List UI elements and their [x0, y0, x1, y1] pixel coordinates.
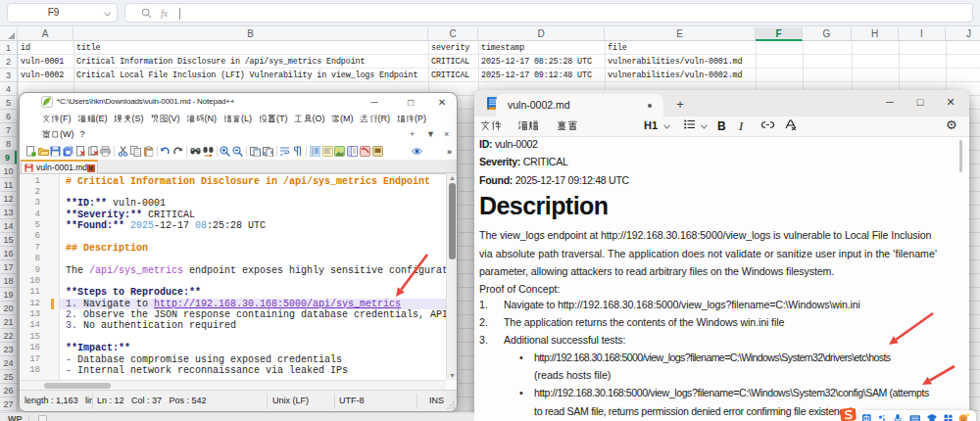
row-header-23[interactable]: 23	[0, 343, 17, 356]
new-tab-button[interactable]: +	[670, 95, 690, 115]
row-header-4[interactable]: 4	[0, 82, 17, 96]
doc-list-icon[interactable]	[334, 145, 347, 158]
undo-icon[interactable]	[160, 145, 172, 158]
redo-icon[interactable]	[172, 145, 184, 158]
cell-A3[interactable]: vuln-0002	[18, 69, 74, 82]
column-header-C[interactable]: C	[428, 27, 478, 41]
toolbar-overflow-icon[interactable]: »	[447, 147, 451, 157]
row-header-9[interactable]: 9	[0, 151, 17, 164]
save-icon[interactable]	[50, 145, 63, 158]
indent-guide-icon[interactable]	[309, 145, 321, 158]
tab-vuln-0001[interactable]: vuln-0001.md	[21, 160, 98, 173]
notepad-scrollbar-thumb[interactable]	[959, 140, 962, 172]
npp-menu-4[interactable]: (N)	[183, 113, 220, 128]
cut-icon[interactable]	[117, 145, 129, 158]
monitor-icon[interactable]	[371, 145, 384, 158]
row-header-6[interactable]: 6	[0, 110, 17, 123]
scroll-down-icon[interactable]: ▼	[449, 372, 456, 379]
select-all-corner[interactable]	[0, 27, 18, 41]
column-header-I[interactable]: I	[899, 27, 946, 41]
row-header-7[interactable]: 7	[0, 123, 17, 137]
menu-view[interactable]	[556, 119, 578, 131]
tab-close-icon[interactable]	[87, 164, 95, 172]
notepadpp-titlebar[interactable]: *C:\Users\hkn\Downloads\vuln-0001.md - N…	[20, 93, 457, 112]
tab-vuln-0002[interactable]: vuln-0002.md	[496, 94, 663, 117]
cell-B3[interactable]: Critical Local File Inclusion (LFI) Vuln…	[74, 69, 428, 82]
npp-menu-2[interactable]: (S)	[111, 113, 147, 128]
sync-scroll-icon[interactable]	[262, 145, 274, 158]
column-header-J[interactable]: J	[946, 27, 980, 41]
npp-menu-6[interactable]: (T)	[255, 113, 291, 128]
row-header-11[interactable]: 11	[0, 178, 17, 192]
npp-menu-3[interactable]: (V)	[147, 113, 183, 128]
row-header-3[interactable]: 3	[0, 69, 17, 82]
row-header-10[interactable]: 10	[0, 164, 17, 178]
gear-icon[interactable]: ⚙	[946, 117, 957, 132]
tab-scroll-buttons[interactable]: +▼×	[20, 128, 459, 142]
formula-bar[interactable]: fx	[124, 3, 973, 23]
split-view-icon[interactable]	[249, 145, 262, 158]
cell-B1[interactable]: title	[74, 41, 428, 55]
row-header-12[interactable]: 12	[0, 192, 17, 206]
resize-grip[interactable]	[447, 401, 455, 409]
row-header-13[interactable]: 13	[0, 206, 17, 219]
new-file-icon[interactable]	[24, 145, 37, 158]
npp-menu-7[interactable]: (O)	[291, 113, 328, 128]
column-header-D[interactable]: D	[478, 27, 605, 41]
row-header-15[interactable]: 15	[0, 233, 17, 247]
link-icon[interactable]	[761, 119, 774, 131]
cell-D1[interactable]: timestamp	[478, 41, 605, 55]
row-header-22[interactable]: 22	[0, 329, 17, 343]
column-header-H[interactable]: H	[852, 27, 899, 41]
column-header-F[interactable]: F	[756, 27, 803, 41]
minimize-button[interactable]: ─	[875, 90, 905, 115]
clear-format-icon[interactable]	[785, 119, 797, 132]
npp-menu-0[interactable]: (F)	[38, 113, 74, 128]
cell-D2[interactable]: 2025-12-17 08:25:28 UTC	[478, 55, 605, 69]
cell-C3[interactable]: CRITICAL	[428, 69, 478, 82]
row-header-8[interactable]: 8	[0, 137, 17, 151]
row-header-18[interactable]: 18	[0, 274, 17, 288]
menu-file[interactable]	[479, 119, 502, 131]
maximize-button[interactable]: □	[906, 90, 935, 115]
row-header-2[interactable]: 2	[0, 55, 17, 69]
row-header-14[interactable]: 14	[0, 219, 17, 233]
tab-close-icon[interactable]: ×	[444, 129, 449, 139]
column-headers[interactable]: ABCDEFGHIJ	[0, 25, 980, 41]
find-icon[interactable]	[189, 145, 202, 158]
close-button[interactable]: ✕	[429, 94, 455, 111]
cell-A2[interactable]: vuln-0001	[18, 55, 74, 69]
list-format-button[interactable]	[684, 119, 708, 131]
print-icon[interactable]	[100, 145, 113, 158]
cell-C1[interactable]: severity	[428, 41, 478, 55]
row-header-27[interactable]: 27	[0, 398, 17, 411]
bold-button[interactable]: B	[717, 119, 726, 133]
npp-menu-9[interactable]: (R)	[357, 113, 394, 128]
taskbar-icon[interactable]	[38, 415, 47, 421]
notepad-content[interactable]: ID: vuln-0002Severity: CRITICALFound: 20…	[474, 137, 969, 421]
cell-E1[interactable]: file	[605, 41, 756, 55]
save-all-icon[interactable]	[62, 145, 74, 158]
tab-list-icon[interactable]: ▼	[426, 129, 435, 139]
tab-add-icon[interactable]: +	[410, 129, 415, 139]
row-headers[interactable]: 1234567891011121314151617181920212223242…	[0, 41, 18, 421]
eye-icon[interactable]	[412, 145, 424, 158]
row-header-19[interactable]: 19	[0, 288, 17, 302]
row-header-20[interactable]: 20	[0, 302, 17, 315]
zoom-out-icon[interactable]	[231, 145, 244, 158]
row-header-16[interactable]: 16	[0, 247, 17, 260]
row-header-26[interactable]: 26	[0, 384, 17, 398]
show-symbols-icon[interactable]	[291, 145, 304, 158]
cell-C2[interactable]: CRITICAL	[428, 55, 478, 69]
cell-D3[interactable]: 2025-12-17 09:12:48 UTC	[478, 69, 605, 82]
npp-menu-1[interactable]: (E)	[74, 113, 111, 128]
row-header-21[interactable]: 21	[0, 315, 17, 329]
copy-icon[interactable]	[129, 145, 142, 158]
paste-icon[interactable]	[142, 145, 155, 158]
row-header-25[interactable]: 25	[0, 370, 17, 384]
vertical-scrollbar[interactable]: ▲ ▼	[446, 173, 457, 380]
cell-E2[interactable]: vulnerabilities/vuln-0001.md	[605, 55, 756, 69]
notepadpp-editor[interactable]: 123456789101112131415161718 # Critical I…	[20, 173, 457, 380]
maximize-button[interactable]: □	[398, 94, 423, 111]
scroll-up-icon[interactable]: ▲	[449, 174, 456, 181]
